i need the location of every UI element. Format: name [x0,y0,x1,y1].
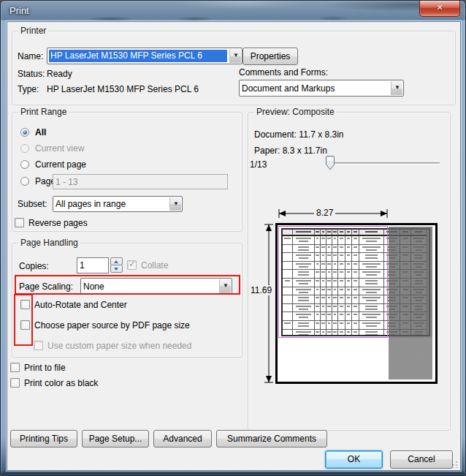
preview-page-slider-thumb[interactable] [325,155,335,171]
print-range-group: Print Range [12,112,242,232]
printer-type-label: Type: [18,84,39,94]
preview-page-slider-track[interactable] [330,162,440,165]
pages-input[interactable] [53,174,228,189]
printer-status-label: Status: [18,69,45,79]
properties-button[interactable]: Properties [242,48,298,65]
printer-name-select[interactable]: HP LaserJet M1530 MFP Series PCL 6 ▼ [47,48,242,64]
collate-checkbox: ✓ [127,260,137,270]
print-color-black-checkbox[interactable] [10,378,20,388]
comments-forms-value: Document and Markups [242,83,389,94]
pages-radio[interactable] [20,177,29,186]
use-custom-paper-label: Use custom paper size when needed [47,341,191,351]
use-custom-paper-checkbox [34,341,43,350]
all-radio-label[interactable]: All [35,127,46,137]
copies-label: Copies: [19,261,49,271]
print-dialog-window: Print ✕ Printer Name: HP LaserJet M1530 … [0,0,466,476]
ok-button[interactable]: OK [325,450,383,469]
radio-dot [23,130,27,135]
current-page-radio[interactable] [20,160,29,169]
collate-label: Collate [141,260,168,271]
printer-group-label: Printer [18,26,48,36]
reverse-pages-label[interactable]: Reverse pages [28,218,88,228]
print-to-file-checkbox[interactable] [10,363,20,372]
copies-input[interactable] [77,257,109,273]
preview-printable-outline [278,226,388,338]
printer-type-value: HP LaserJet M1530 MFP Series PCL 6 [47,84,199,94]
print-to-file-label[interactable]: Print to file [24,363,66,373]
printer-name-label: Name: [18,51,43,61]
all-radio[interactable] [20,128,29,137]
printing-tips-button[interactable]: Printing Tips [10,430,77,447]
copies-spinner [110,257,123,273]
print-range-group-label: Print Range [18,107,69,117]
print-color-black-label[interactable]: Print color as black [24,378,98,388]
current-view-radio-label: Current view [35,143,84,154]
arrow-up-icon [114,260,118,263]
width-dimension-value: 8.27 [314,208,335,218]
annotation-rect-page-scaling [15,275,240,295]
page-setup-button[interactable]: Page Setup... [82,430,149,447]
window-title: Print [9,5,29,16]
reverse-pages-checkbox[interactable] [15,218,24,227]
vertical-arrow-icon [264,223,274,384]
height-dimension-value: 11.69 [248,285,274,295]
printer-name-value: HP LaserJet M1530 MFP Series PCL 6 [49,50,227,62]
preview-paper-info: Paper: 8.3 x 11.7in [254,146,327,156]
comments-forms-label: Comments and Forms: [239,67,328,78]
dropdown-arrow-zone[interactable]: ▼ [391,81,402,95]
chevron-down-icon: ▼ [394,84,400,91]
chevron-down-icon: ▼ [233,52,239,58]
dropdown-arrow-zone[interactable]: ▼ [229,49,241,63]
subset-value: All pages in range [56,199,167,209]
summarize-comments-button[interactable]: Summarize Comments [216,430,327,447]
width-dimension: 8.27 [278,208,389,219]
current-page-radio-label[interactable]: Current page [35,159,86,170]
subset-select[interactable]: All pages in range ▼ [53,196,183,212]
comments-forms-select[interactable]: Document and Markups ▼ [239,80,404,97]
resize-grip[interactable] [451,461,458,468]
spinner-down-button[interactable] [110,265,123,273]
dropdown-arrow-zone[interactable]: ▼ [169,197,181,211]
dialog-client-area: Printer Name: HP LaserJet M1530 MFP Seri… [7,21,461,471]
preview-document-info: Document: 11.7 x 8.3in [254,129,344,140]
subset-label: Subset: [18,199,47,209]
title-bar[interactable]: Print [1,1,465,21]
check-icon: ✓ [129,259,136,269]
page-handling-group-label: Page Handling [18,238,80,248]
annotation-rect-checkboxes [14,294,33,346]
auto-rotate-label[interactable]: Auto-Rotate and Center [34,300,127,310]
preview-page-indicator: 1/13 [250,159,267,170]
arrow-down-icon [114,268,118,271]
chevron-down-icon: ▼ [173,200,179,207]
preview-clipped-area [389,227,432,379]
choose-paper-source-label[interactable]: Choose paper source by PDF page size [34,320,190,330]
close-icon: ✕ [420,3,459,12]
advanced-button[interactable]: Advanced [153,430,212,447]
preview-page [275,223,438,384]
cancel-button[interactable]: Cancel [390,450,453,469]
preview-group-label: Preview: Composite [254,107,337,117]
printer-status-value: Ready [47,69,72,79]
current-view-radio [20,144,29,153]
close-button[interactable]: ✕ [419,1,460,17]
